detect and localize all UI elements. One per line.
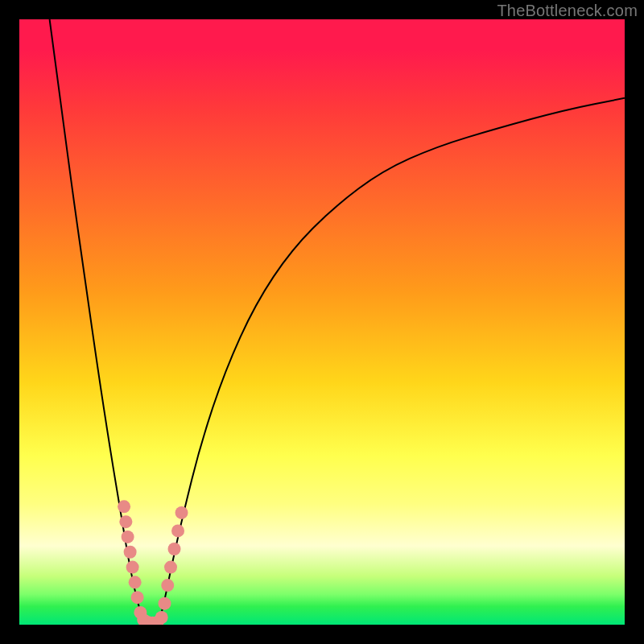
chart-marker — [164, 561, 177, 574]
chart-marker — [131, 591, 144, 604]
chart-marker — [158, 597, 171, 610]
chart-marker — [175, 506, 188, 519]
chart-marker — [129, 576, 142, 588]
watermark-text: TheBottleneck.com — [497, 2, 638, 20]
chart-series-right-curve — [159, 98, 625, 625]
chart-marker — [124, 546, 137, 559]
chart-marker — [161, 579, 174, 592]
chart-frame: TheBottleneck.com — [0, 0, 644, 644]
chart-marker — [119, 515, 132, 528]
chart-plot-area — [19, 19, 625, 625]
chart-marker — [168, 543, 181, 555]
chart-marker — [118, 500, 130, 513]
chart-marker — [126, 561, 139, 574]
chart-markers-layer — [118, 500, 188, 625]
chart-svg — [19, 19, 625, 625]
chart-marker — [155, 611, 168, 624]
chart-marker — [122, 530, 134, 543]
chart-curves-layer — [50, 19, 625, 625]
chart-marker — [171, 524, 184, 537]
